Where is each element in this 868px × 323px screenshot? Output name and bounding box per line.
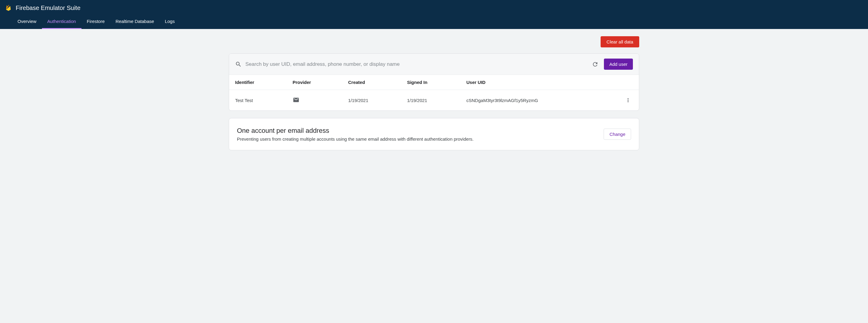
users-table: Identifier Provider Created Signed In Us… (229, 75, 639, 111)
search-icon (235, 61, 242, 68)
cell-provider (287, 90, 343, 111)
column-header-provider: Provider (287, 75, 343, 90)
tab-firestore[interactable]: Firestore (82, 14, 110, 29)
tab-authentication[interactable]: Authentication (42, 14, 82, 29)
column-header-created: Created (343, 75, 402, 90)
column-header-identifier: Identifier (229, 75, 287, 90)
tab-logs[interactable]: Logs (159, 14, 180, 29)
settings-card: One account per email address Preventing… (229, 118, 639, 150)
cell-identifier: Test Test (229, 90, 287, 111)
row-menu-button[interactable] (623, 95, 633, 105)
firebase-logo-icon (5, 4, 12, 11)
tab-overview[interactable]: Overview (12, 14, 42, 29)
users-card: Add user Identifier Provider Created Sig… (229, 53, 639, 111)
settings-description: Preventing users from creating multiple … (237, 137, 473, 142)
nav-tabs: Overview Authentication Firestore Realti… (0, 14, 868, 29)
email-icon (293, 97, 300, 103)
search-input[interactable] (245, 60, 586, 68)
change-button[interactable]: Change (603, 128, 631, 140)
clear-all-data-button[interactable]: Clear all data (600, 36, 639, 48)
settings-title: One account per email address (237, 127, 473, 135)
add-user-button[interactable]: Add user (604, 59, 633, 70)
cell-user-uid: cSNDgaM3tyr3t9lzmAGf1y5RyzmG (461, 90, 618, 111)
cell-created: 1/19/2021 (343, 90, 402, 111)
tab-realtime-database[interactable]: Realtime Database (110, 14, 160, 29)
app-title: Firebase Emulator Suite (16, 4, 81, 11)
refresh-icon (592, 61, 598, 68)
column-header-signed-in: Signed In (402, 75, 461, 90)
refresh-button[interactable] (590, 59, 600, 69)
cell-signed-in: 1/19/2021 (402, 90, 461, 111)
more-vert-icon (625, 97, 631, 103)
column-header-user-uid: User UID (461, 75, 618, 90)
table-row: Test Test 1/19/2021 1/19/2021 cSNDgaM3ty… (229, 90, 639, 111)
